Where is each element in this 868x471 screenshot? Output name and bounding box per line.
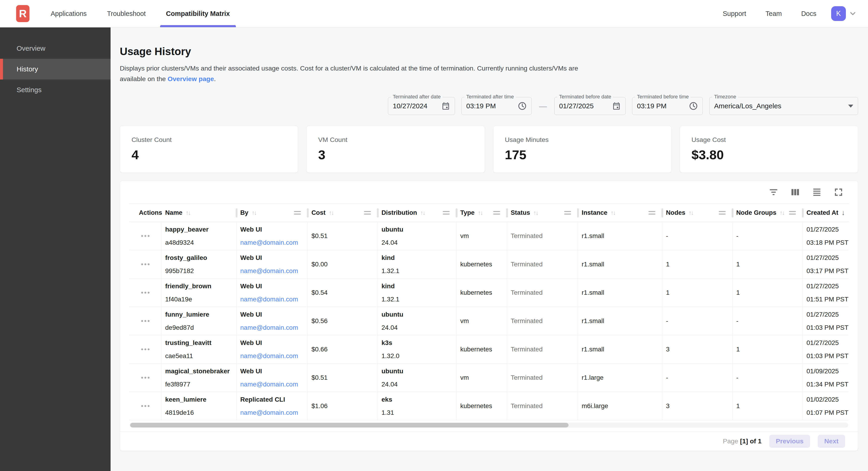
cell-cost: $0.56 <box>308 307 378 335</box>
column-header-created-at[interactable]: Created At↓ <box>803 204 849 222</box>
next-page-button[interactable]: Next <box>818 435 845 448</box>
more-dots-icon[interactable] <box>139 375 152 381</box>
sidebar-item-overview[interactable]: Overview <box>0 38 111 59</box>
by-email-link[interactable]: name@domain.com <box>240 352 308 360</box>
more-dots-icon[interactable] <box>139 261 152 268</box>
created-time: 01:03 PM PST <box>806 352 849 360</box>
clock-icon[interactable] <box>518 101 527 111</box>
more-dots-icon[interactable] <box>139 403 152 409</box>
column-header-node-groups[interactable]: Node Groups↑↓ <box>733 204 803 222</box>
created-date: 01/27/2025 <box>806 339 849 347</box>
equals-menu-icon[interactable] <box>443 211 450 214</box>
equals-menu-icon[interactable] <box>719 211 726 214</box>
sidebar-item-history[interactable]: History <box>0 59 111 80</box>
terminated-after-time-field[interactable]: Terminated after time 03:19 PM <box>461 97 532 115</box>
density-icon[interactable] <box>811 186 823 198</box>
chevron-down-icon[interactable] <box>849 9 857 18</box>
by-source: Web UI <box>240 367 308 375</box>
created-date: 01/27/2025 <box>806 226 849 233</box>
by-email-link[interactable]: name@domain.com <box>240 267 308 275</box>
equals-menu-icon[interactable] <box>493 211 500 214</box>
page-indicator: Page [1] of 1 <box>723 437 762 445</box>
column-header-by[interactable]: By↑↓ <box>237 204 308 222</box>
cluster-name: trusting_leavitt <box>165 339 236 347</box>
previous-page-button[interactable]: Previous <box>769 435 810 448</box>
field-value: 10/27/2024 <box>393 102 427 110</box>
tab-compatibility-matrix[interactable]: Compatibility Matrix <box>160 0 236 27</box>
fullscreen-icon[interactable] <box>833 186 844 198</box>
sort-arrows-icon[interactable]: ↑↓ <box>478 209 483 216</box>
sidebar-item-settings[interactable]: Settings <box>0 80 111 100</box>
account-menu[interactable]: K <box>831 6 857 21</box>
by-email-link[interactable]: name@domain.com <box>240 239 308 246</box>
sort-arrows-icon[interactable]: ↑↓ <box>329 209 333 216</box>
tab-applications[interactable]: Applications <box>45 0 93 27</box>
cell-type: kubernetes <box>457 278 507 307</box>
terminated-before-time-field[interactable]: Terminated before time 03:19 PM <box>632 97 703 115</box>
distribution-name: kind <box>381 254 456 262</box>
more-dots-icon[interactable] <box>139 233 152 239</box>
column-header-instance[interactable]: Instance↑↓ <box>578 204 662 222</box>
link-support[interactable]: Support <box>723 10 746 18</box>
terminated-after-date-field[interactable]: Terminated after date 10/27/2024 <box>388 97 455 115</box>
filter-icon[interactable] <box>768 186 779 198</box>
equals-menu-icon[interactable] <box>648 211 655 214</box>
created-date: 01/09/2025 <box>806 367 849 375</box>
type-value: kubernetes <box>460 289 507 296</box>
more-dots-icon[interactable] <box>139 318 152 324</box>
stat-value: $3.80 <box>691 147 846 162</box>
distribution-version: 1.32.0 <box>381 352 456 360</box>
timezone-select[interactable]: Timezone America/Los_Angeles <box>709 97 858 115</box>
column-header-cost[interactable]: Cost↑↓ <box>308 204 378 222</box>
column-header-name[interactable]: Name↑↓ <box>161 204 237 222</box>
sort-arrows-icon[interactable]: ↑↓ <box>611 209 615 216</box>
type-value: kubernetes <box>460 346 507 353</box>
column-header-nodes[interactable]: Nodes↑↓ <box>662 204 733 222</box>
sort-arrows-icon[interactable]: ↑↓ <box>533 209 538 216</box>
equals-menu-icon[interactable] <box>564 211 571 214</box>
calendar-icon[interactable] <box>612 101 621 110</box>
sort-desc-icon[interactable]: ↓ <box>841 209 845 216</box>
dropdown-arrow-icon[interactable] <box>848 105 853 108</box>
overview-page-link[interactable]: Overview page <box>168 75 214 83</box>
scrollbar-thumb[interactable] <box>130 423 568 428</box>
equals-menu-icon[interactable] <box>364 211 371 214</box>
columns-icon[interactable] <box>789 186 801 198</box>
by-email-link[interactable]: name@domain.com <box>240 381 308 388</box>
cluster-name: keen_lumiere <box>165 396 236 403</box>
calendar-icon[interactable] <box>441 101 450 110</box>
link-team[interactable]: Team <box>766 10 782 18</box>
cell-cost: $1.06 <box>308 392 378 420</box>
more-dots-icon[interactable] <box>139 289 152 296</box>
column-header-status[interactable]: Status↑↓ <box>507 204 578 222</box>
cell-by: Web UI name@domain.com <box>237 250 308 278</box>
app-logo[interactable]: R <box>16 5 30 22</box>
cell-status: Terminated <box>507 335 578 363</box>
horizontal-scrollbar[interactable] <box>130 422 848 428</box>
equals-menu-icon[interactable] <box>294 211 301 214</box>
by-email-link[interactable]: name@domain.com <box>240 409 308 416</box>
by-email-link[interactable]: name@domain.com <box>240 296 308 303</box>
table-header: ActionsName↑↓By↑↓Cost↑↓Distribution↑↓Typ… <box>129 203 849 222</box>
sort-arrows-icon[interactable]: ↑↓ <box>420 209 425 216</box>
status-badge: Terminated <box>511 346 578 353</box>
clock-icon[interactable] <box>689 101 698 111</box>
terminated-before-date-field[interactable]: Terminated before date 01/27/2025 <box>554 97 626 115</box>
sort-arrows-icon[interactable]: ↑↓ <box>779 209 784 216</box>
sort-arrows-icon[interactable]: ↑↓ <box>186 209 190 216</box>
link-docs[interactable]: Docs <box>801 10 816 18</box>
column-header-distribution[interactable]: Distribution↑↓ <box>378 204 457 222</box>
distribution-version: 1.32.1 <box>381 267 456 275</box>
by-email-link[interactable]: name@domain.com <box>240 324 308 331</box>
equals-menu-icon[interactable] <box>789 211 796 214</box>
sort-arrows-icon[interactable]: ↑↓ <box>688 209 693 216</box>
tab-troubleshoot[interactable]: Troubleshoot <box>101 0 152 27</box>
more-dots-icon[interactable] <box>139 346 152 353</box>
column-label: Cost <box>311 209 326 216</box>
avatar[interactable]: K <box>831 6 846 21</box>
cell-status: Terminated <box>507 250 578 278</box>
sort-arrows-icon[interactable]: ↑↓ <box>252 209 256 216</box>
column-header-type[interactable]: Type↑↓ <box>457 204 507 222</box>
by-source: Replicated CLI <box>240 396 308 403</box>
cell-distribution: k3s 1.32.0 <box>378 335 457 363</box>
